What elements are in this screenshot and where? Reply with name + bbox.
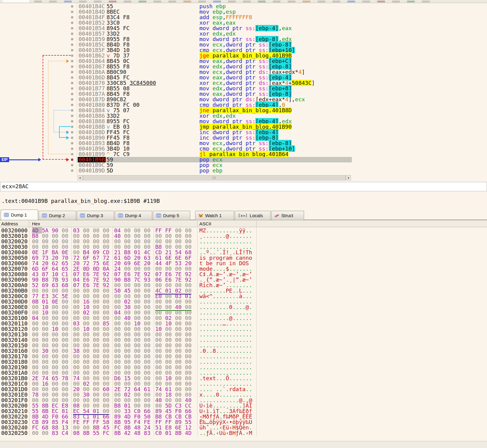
disasm-row[interactable]: 00401B90FF45 F8inc dword ptr ss:[ebp-8]	[0, 135, 353, 141]
toolbar-icon-stub[interactable]	[407, 1, 415, 2]
breakpoint-dot[interactable]	[71, 169, 73, 172]
toolbar-icon-stub[interactable]	[258, 1, 266, 2]
breakpoint-dot[interactable]	[71, 120, 73, 123]
toolbar-icon-stub[interactable]	[49, 1, 57, 2]
hex-byte[interactable]: 8B	[83, 430, 93, 436]
breakpoint-dot[interactable]	[71, 38, 73, 40]
toolbar-icon-stub[interactable]	[168, 1, 176, 2]
dump-row[interactable]: 0032025000 00 83 C408 8B 55 FC8B 42 48 8…	[0, 430, 487, 436]
breakpoint-dot[interactable]	[71, 5, 73, 8]
hex-byte[interactable]: 55	[93, 430, 103, 436]
toolbar-icon-stub[interactable]	[2, 0, 29, 2]
toolbar-icon-stub[interactable]	[198, 1, 206, 2]
hex-byte[interactable]: 00	[32, 430, 42, 436]
toolbar-icon-stub[interactable]	[288, 1, 296, 2]
toolbar-icon-stub[interactable]	[377, 1, 385, 2]
tab-dump-4[interactable]: Dump 4	[115, 211, 152, 220]
hex-byte[interactable]: FC	[103, 430, 110, 436]
breakpoint-dot[interactable]	[71, 98, 73, 101]
column-header-hex[interactable]: Hex	[32, 221, 40, 226]
breakpoint-dot[interactable]	[71, 16, 73, 19]
tab-struct[interactable]: Struct	[271, 211, 304, 220]
toolbar-icon-stub[interactable]	[183, 1, 191, 2]
toolbar-icon-stub[interactable]	[332, 1, 340, 2]
breakpoint-dot[interactable]	[71, 137, 73, 139]
disasm-row[interactable]: 00401B648B45 0Cmov eax,dword ptr ss:[ebp…	[0, 58, 353, 64]
tab-locals[interactable]: [x=]Locals	[235, 211, 271, 220]
hex-byte[interactable]: 00	[42, 430, 52, 436]
toolbar-icon-stub[interactable]	[109, 1, 117, 2]
breakpoint-dot[interactable]	[71, 82, 73, 84]
hex-byte[interactable]: 8B	[175, 430, 185, 436]
toolbar-icon-stub[interactable]	[347, 1, 355, 2]
breakpoint-dot[interactable]	[71, 126, 73, 128]
breakpoint-dot[interactable]	[71, 65, 73, 68]
disasm-row[interactable]: 00401B9B59pop ecx	[0, 157, 353, 162]
disasm-row[interactable]: 00401B888955 FCmov dword ptr ss:[ebp-4],…	[0, 119, 353, 124]
hex-byte[interactable]: 48	[134, 430, 144, 436]
disasm-row[interactable]: 00401B5C8B4D F8mov ecx,dword ptr ss:[ebp…	[0, 42, 353, 47]
disasm-row[interactable]: 00401B5F3B4D 10cmp ecx,dword ptr ss:[ebp…	[0, 47, 353, 53]
breakpoint-dot[interactable]	[71, 54, 73, 57]
header-separator[interactable]	[197, 221, 198, 227]
breakpoint-dot[interactable]	[71, 87, 73, 90]
breakpoint-dot[interactable]	[71, 93, 73, 95]
toolbar-icon-stub[interactable]	[303, 1, 310, 2]
disasm-row[interactable]: 00401B7D890C82mov dword ptr ds:[edx+eax*…	[0, 97, 353, 102]
breakpoint-dot[interactable]	[71, 109, 73, 112]
disasm-row[interactable]: 00401B5233C0xor eax,eax	[0, 20, 353, 26]
disasm-row[interactable]: 00401B9C59pop ecx	[0, 162, 353, 168]
disasm-row[interactable]: 00401B548945 FCmov dword ptr ss:[ebp-4],…	[0, 26, 353, 31]
tab-dump-2[interactable]: Dump 2	[39, 211, 76, 220]
toolbar-icon-stub[interactable]	[422, 1, 430, 2]
disasm-row[interactable]: 00401B84v 75 07jne parallax_bin_blog.401…	[0, 108, 353, 113]
disasm-row[interactable]: 00401B8633D2xor edx,edx	[0, 113, 353, 119]
tab-watch-1[interactable]: Watch 1	[195, 211, 234, 220]
disasm-row[interactable]: 00401B4D8BECmov ebp,esp	[0, 9, 353, 15]
tab-dump-5[interactable]: Dump 5	[153, 211, 190, 220]
breakpoint-dot[interactable]	[71, 22, 73, 24]
toolbar-icon-stub[interactable]	[34, 1, 42, 2]
toolbar-icon-stub[interactable]	[362, 1, 370, 2]
disasm-row[interactable]: 00401B80837D FC 00cmp dword ptr ss:[ebp-…	[0, 102, 353, 108]
disasm-row[interactable]: 00401B4F83C4 F8add esp,FFFFFFF8	[0, 15, 353, 20]
disasm-row[interactable]: 00401B963B4D 10cmp ecx,dword ptr ss:[ebp…	[0, 146, 353, 151]
disasm-row[interactable]: 00401B9D5Dpop ebp	[0, 168, 353, 173]
breakpoint-dot[interactable]	[71, 33, 73, 35]
breakpoint-dot[interactable]	[71, 76, 73, 79]
disasm-row[interactable]: 00401B598955 F8mov dword ptr ss:[ebp-8],…	[0, 36, 353, 42]
tab-dump-3[interactable]: Dump 3	[77, 211, 114, 220]
toolbar-icon-stub[interactable]	[79, 1, 87, 2]
breakpoint-dot[interactable]	[71, 148, 73, 150]
toolbar-icon-stub[interactable]	[317, 1, 325, 2]
breakpoint-dot[interactable]	[71, 71, 73, 73]
disasm-row[interactable]: 00401B5733D2xor edx,edx	[0, 31, 353, 36]
breakpoint-dot[interactable]	[71, 131, 73, 134]
hex-byte[interactable]: C4	[62, 430, 68, 436]
disasm-row[interactable]: 00401B8DFF45 FCinc dword ptr ss:[ebp-4]	[0, 130, 353, 135]
breakpoint-dot[interactable]	[71, 164, 73, 166]
toolbar-icon-stub[interactable]	[64, 1, 72, 2]
disasm-row[interactable]: 00401B6A8B0C90mov ecx,dword ptr ds:[eax+…	[0, 69, 353, 75]
breakpoint-dot[interactable]	[71, 115, 73, 117]
column-header-ascii[interactable]: ASCII	[199, 221, 211, 226]
scroll-left-button[interactable]	[78, 175, 83, 180]
breakpoint-dot[interactable]	[71, 60, 73, 62]
column-header-address[interactable]: Address	[1, 221, 18, 226]
hex-byte[interactable]: 83	[144, 430, 151, 436]
toolbar-icon-stub[interactable]	[273, 1, 281, 2]
hex-byte[interactable]: 01	[165, 430, 175, 436]
disasm-row[interactable]: 00401B8Bv EB 03jmp parallax_bin_blog.401…	[0, 124, 353, 130]
tab-dump-1[interactable]: Dump 1	[1, 210, 38, 220]
toolbar-icon-stub[interactable]	[213, 1, 221, 2]
hex-byte[interactable]: 4D	[185, 430, 192, 436]
toolbar-icon-stub[interactable]	[228, 1, 236, 2]
hex-byte[interactable]: 08	[73, 430, 83, 436]
toolbar-icon-stub[interactable]	[138, 1, 146, 2]
breakpoint-dot[interactable]	[71, 104, 73, 106]
horizontal-scrollbar[interactable]	[78, 175, 351, 180]
hex-byte[interactable]: 83	[52, 430, 62, 436]
disasm-row[interactable]: 00401B99^ 7C C9jl parallax_bin_blog.401B…	[0, 151, 353, 157]
toolbar-icon-stub[interactable]	[392, 1, 400, 2]
breakpoint-dot[interactable]	[71, 142, 73, 144]
